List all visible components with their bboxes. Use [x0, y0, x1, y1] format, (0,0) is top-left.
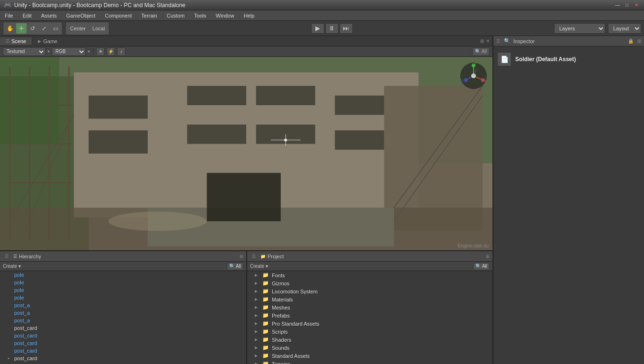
inspector-maximize-btn[interactable]: ⊞	[637, 38, 641, 44]
scene-viewport[interactable]: Y X Z Engine	[0, 57, 492, 250]
folder-icon: 📁	[262, 320, 269, 327]
folder-expand-icon: ▶	[255, 346, 259, 350]
list-item[interactable]: pole	[0, 279, 246, 286]
menu-window[interactable]: Window	[211, 12, 239, 19]
folder-icon: 📁	[262, 353, 269, 359]
scene-background: Y X Z	[0, 57, 492, 250]
list-item[interactable]: ▶ 📁 Sounds	[247, 344, 492, 352]
menu-file[interactable]: File	[0, 12, 18, 19]
list-item[interactable]: post_card	[0, 339, 246, 347]
audio-icon-btn[interactable]: ♪	[117, 47, 125, 56]
list-item[interactable]: post_a	[0, 317, 246, 324]
list-item[interactable]: ▶ 📁 Shaders	[247, 336, 492, 344]
menu-component[interactable]: Component	[100, 12, 136, 19]
list-item[interactable]: pole	[0, 294, 246, 301]
list-item[interactable]: post_card	[0, 347, 246, 355]
tab-game[interactable]: ▶ Game	[32, 37, 63, 45]
inspector-lock-icon[interactable]: 🔒	[628, 38, 634, 44]
scale-tool-button[interactable]: ⤢	[39, 23, 49, 34]
all-label: All	[482, 49, 487, 54]
list-item[interactable]: ▶ 📁 Gizmos	[247, 279, 492, 287]
rotate-tool-button[interactable]: ↺	[27, 23, 38, 34]
list-item[interactable]: ▶ 📁 Terrains	[247, 360, 492, 364]
inspector-menu-icon[interactable]: ☰	[496, 39, 500, 44]
fx-icon-btn[interactable]: ⚡	[107, 47, 115, 56]
layers-dropdown[interactable]: Layers Default TransparentFX Ignore Rayc…	[554, 23, 605, 34]
list-item[interactable]: ▶ 📁 Standard Assets	[247, 352, 492, 360]
svg-rect-4	[89, 96, 148, 119]
local-button[interactable]: Local	[89, 23, 107, 34]
menu-tools[interactable]: Tools	[189, 12, 211, 19]
folder-label: Terrains	[272, 361, 290, 364]
hand-tool-button[interactable]: ✋	[5, 23, 15, 34]
list-item[interactable]: ▶ 📁 Locomotion System	[247, 287, 492, 295]
list-item[interactable]: ▶ 📁 Scripts	[247, 328, 492, 336]
list-item[interactable]: post_a	[0, 309, 246, 317]
list-item[interactable]: ▶ 📁 Pro Standard Assets	[247, 319, 492, 328]
scene-all-button[interactable]: 🔍 All	[472, 47, 490, 56]
rect-tool-button[interactable]: ▭	[50, 23, 61, 34]
sun-icon-btn[interactable]: ☀	[96, 47, 105, 56]
layout-dropdown[interactable]: Layout Default 2 by 3 4 Split Tall Wide	[608, 23, 641, 34]
toolbar-sep-1	[93, 48, 93, 55]
svg-text:Z: Z	[461, 79, 464, 83]
window-title: Unity - Bootcamp.unity - Bootcamp Demo -…	[14, 2, 186, 9]
menu-terrain[interactable]: Terrain	[136, 12, 162, 19]
pause-button[interactable]: ⏸	[325, 23, 339, 34]
window-controls: — □ ✕	[614, 1, 640, 9]
inspector-icon: 🔍	[504, 38, 510, 44]
render-mode-separator: ▾	[47, 49, 50, 54]
list-item[interactable]: ▾ post_card	[0, 355, 246, 362]
item-label: post_card	[14, 348, 37, 354]
scene-svg: Y X Z	[0, 57, 492, 250]
list-item[interactable]: post_card	[0, 332, 246, 339]
hierarchy-maximize-btn[interactable]: ⊞	[240, 254, 243, 259]
hierarchy-create-button[interactable]: Create ▾	[3, 264, 21, 269]
move-tool-button[interactable]: ✛	[16, 23, 27, 34]
app-icon: 🎮	[4, 1, 11, 9]
render-mode-select[interactable]: Textured Wireframe Textured Wire	[3, 47, 45, 56]
step-button[interactable]: ⏭	[340, 23, 353, 34]
list-item[interactable]: ▶ 📁 Prefabs	[247, 311, 492, 319]
hierarchy-search[interactable]: 🔍 All	[227, 263, 243, 270]
list-item[interactable]: post_a	[0, 301, 246, 309]
minimize-button[interactable]: —	[614, 1, 621, 9]
list-item[interactable]: pole	[0, 271, 246, 279]
main-toolbar: ✋ ✛ ↺ ⤢ ▭ Center Local ▶ ⏸ ⏭ Layers Defa…	[0, 21, 644, 36]
list-item[interactable]: ▶ 📁 Meshes	[247, 303, 492, 311]
scene-maximize-btn[interactable]: ⊞	[480, 38, 484, 44]
folder-label: Pro Standard Assets	[272, 321, 319, 327]
hierarchy-header: ☰ ☰ Hierarchy ⊞	[0, 251, 246, 262]
hierarchy-content: pole pole pole pole	[0, 271, 246, 364]
close-button[interactable]: ✕	[633, 1, 640, 9]
maximize-button[interactable]: □	[623, 1, 631, 9]
list-item[interactable]: post_card	[0, 324, 246, 332]
folder-label: Materials	[272, 297, 293, 302]
color-mode-select[interactable]: RGB Alpha Overdraw Mipmaps	[52, 47, 86, 56]
hierarchy-menu-icon[interactable]: ☰	[3, 253, 10, 260]
list-item[interactable]: ▶ 📁 Materials	[247, 295, 492, 303]
list-item[interactable]: plaque-m	[0, 362, 246, 364]
project-maximize-btn[interactable]: ⊞	[486, 254, 490, 259]
folder-expand-icon: ▶	[255, 297, 259, 301]
project-create-button[interactable]: Create ▾	[250, 264, 268, 269]
center-button[interactable]: Center	[67, 23, 89, 34]
menu-assets[interactable]: Assets	[36, 12, 62, 19]
project-search[interactable]: 🔍 All	[473, 263, 490, 270]
list-item[interactable]: pole	[0, 286, 246, 294]
scene-close-btn[interactable]: ✕	[486, 38, 490, 44]
menu-edit[interactable]: Edit	[18, 12, 36, 19]
menu-gameobject[interactable]: GameObject	[62, 12, 100, 19]
folder-label: Fonts	[272, 273, 285, 278]
main-layout: ☰ Scene ▶ Game ⊞ ✕ Textured Wireframe Te…	[0, 36, 644, 364]
play-button[interactable]: ▶	[311, 23, 324, 34]
project-menu-icon[interactable]: ☰	[250, 253, 258, 260]
hierarchy-search-icon: 🔍	[229, 264, 235, 269]
menu-custom[interactable]: Custom	[162, 12, 189, 19]
menu-help[interactable]: Help	[239, 12, 259, 19]
tab-scene[interactable]: ☰ Scene	[0, 37, 32, 45]
asset-row: 📄 Soldier (Default Asset)	[497, 50, 640, 68]
list-item[interactable]: ▶ 📁 Fonts	[247, 271, 492, 279]
folder-expand-icon: ▶	[255, 329, 259, 334]
folder-expand-icon: ▶	[255, 354, 259, 358]
